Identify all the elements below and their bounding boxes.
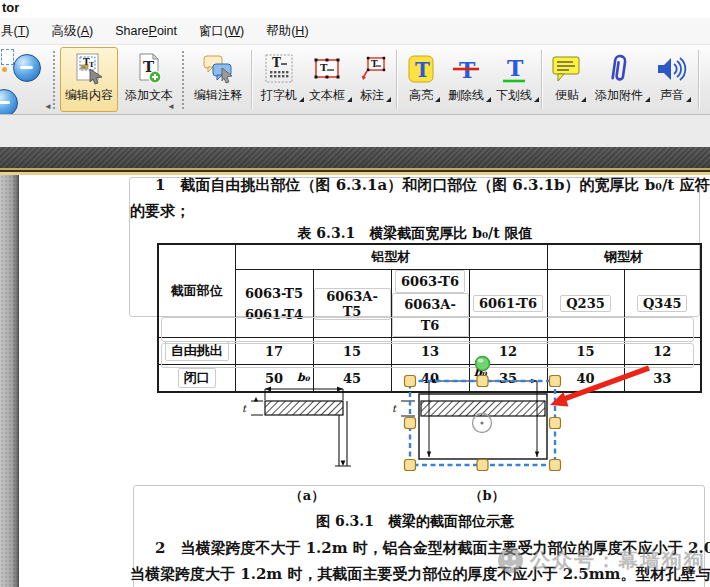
strikeout-icon: T bbox=[451, 50, 481, 88]
table-row-label: 闭口 bbox=[158, 365, 235, 393]
toolbar-overflow-icon[interactable]: ◄ bbox=[167, 102, 175, 111]
menu-item-2[interactable]: SharePoint bbox=[104, 21, 188, 41]
callout-button[interactable]: T 标注 bbox=[352, 47, 392, 112]
document-workspace: 1 截面自由挑出部位（图 6.3.1a）和闭口部位（图 6.3.1b）的宽厚比 … bbox=[0, 175, 710, 587]
callout-icon: T bbox=[357, 50, 387, 88]
dog-logo-icon bbox=[497, 547, 524, 574]
window-title: tor bbox=[0, 0, 710, 18]
toolbar-drag-handle[interactable] bbox=[181, 50, 186, 109]
drawing-tools-group bbox=[705, 47, 710, 114]
watermark-text: 公众号：幕墙狗狗 bbox=[530, 547, 706, 574]
menu-item-4[interactable]: 帮助(H) bbox=[255, 20, 319, 43]
toolbar-left-cluster bbox=[0, 45, 50, 114]
paragraph-1-line-2: 的要求； bbox=[130, 202, 190, 221]
underline-button[interactable]: T 下划线 bbox=[491, 47, 537, 112]
toolbar-substrip bbox=[0, 115, 710, 147]
underline-icon: T bbox=[499, 50, 529, 88]
edit-content-icon: T T bbox=[73, 50, 105, 88]
highlight-button[interactable]: T 高亮 bbox=[401, 47, 441, 112]
arrow-tool-icon[interactable] bbox=[705, 79, 710, 110]
table-title: 表 6.3.1 横梁截面宽厚比 b₀/t 限值 bbox=[130, 225, 700, 243]
text-box-icon: T bbox=[312, 50, 342, 88]
dark-divider-band bbox=[0, 147, 710, 168]
sound-icon bbox=[655, 50, 689, 88]
add-attachment-button[interactable]: 添加附件 bbox=[590, 47, 648, 112]
watermark: 公众号：幕墙狗狗 bbox=[497, 547, 706, 574]
paragraph-1-line-1: 1 截面自由挑出部位（图 6.3.1a）和闭口部位（图 6.3.1b）的宽厚比 … bbox=[155, 176, 710, 195]
svg-text:T: T bbox=[89, 60, 95, 69]
svg-text:T: T bbox=[320, 62, 328, 73]
attachment-icon bbox=[606, 50, 632, 88]
menu-item-1[interactable]: 高级(A) bbox=[40, 20, 104, 43]
highlight-icon: T bbox=[406, 50, 436, 88]
diagram-a: b₀ t bbox=[239, 369, 369, 475]
pdf-page: 1 截面自由挑出部位（图 6.3.1a）和闭口部位（图 6.3.1b）的宽厚比 … bbox=[19, 175, 710, 587]
toolbar-drag-handle[interactable] bbox=[52, 50, 57, 109]
edit-comment-icon bbox=[202, 50, 234, 88]
toolbar-overflow-icon[interactable]: ◄ bbox=[44, 102, 52, 111]
table-group-aluminum: 铝型材 bbox=[235, 244, 547, 270]
app-window: tor 具(T)高级(A)SharePoint窗口(W)帮助(H) T T bbox=[0, 0, 710, 587]
sound-button[interactable]: 声音 bbox=[650, 47, 694, 112]
svg-text:T: T bbox=[507, 55, 524, 81]
orange-dot-icon bbox=[2, 67, 7, 72]
caption-a: （a） bbox=[277, 487, 337, 505]
toolbar-separator bbox=[396, 50, 397, 109]
caption-b: （b） bbox=[457, 487, 517, 505]
figure-caption: 图 6.3.1 横梁的截面部位示意 bbox=[130, 513, 700, 531]
table-group-steel: 钢型材 bbox=[547, 244, 701, 270]
strikeout-button[interactable]: T 删除线 bbox=[443, 47, 489, 112]
gold-divider-line bbox=[0, 168, 710, 175]
sticky-note-icon bbox=[551, 50, 583, 88]
edit-comment-button[interactable]: 编辑注释 bbox=[189, 47, 247, 112]
workspace-left-margin bbox=[0, 175, 20, 587]
line-tool-icon[interactable] bbox=[705, 47, 710, 78]
sticky-note-button[interactable]: 便贴 bbox=[546, 47, 588, 112]
menu-item-0[interactable]: 具(T) bbox=[0, 20, 40, 43]
selection-box-icon bbox=[1, 49, 14, 65]
dim-t-label: t bbox=[392, 403, 397, 414]
diagram-b: b₀ t bbox=[389, 365, 559, 465]
toolbar-separator bbox=[541, 50, 542, 109]
typewriter-button[interactable]: T 打字机 bbox=[256, 47, 302, 112]
toolbar-separator bbox=[251, 50, 252, 109]
typewriter-icon: T bbox=[264, 50, 294, 88]
dim-t-label: t bbox=[242, 403, 247, 414]
dim-b0-label: b₀ bbox=[297, 371, 311, 384]
zoom-in-button[interactable] bbox=[0, 89, 18, 115]
table-value: 33 bbox=[624, 365, 701, 393]
menu-item-3[interactable]: 窗口(W) bbox=[188, 20, 255, 43]
row-edit-outline[interactable] bbox=[161, 317, 694, 342]
menubar: 具(T)高级(A)SharePoint窗口(W)帮助(H) bbox=[0, 18, 710, 45]
zoom-out-button[interactable] bbox=[13, 54, 41, 82]
svg-text:T: T bbox=[272, 56, 281, 70]
dim-b0-label: b₀ bbox=[474, 366, 488, 379]
svg-text:T: T bbox=[415, 58, 430, 82]
text-box-button[interactable]: T 文本框 bbox=[304, 47, 350, 112]
edit-content-button[interactable]: T T 编辑内容 bbox=[60, 47, 118, 112]
toolbar: T T 编辑内容 T 添加文本 bbox=[0, 45, 710, 115]
svg-text:T: T bbox=[371, 59, 378, 69]
toolbar-separator bbox=[698, 50, 699, 109]
add-text-icon: T bbox=[135, 50, 163, 88]
